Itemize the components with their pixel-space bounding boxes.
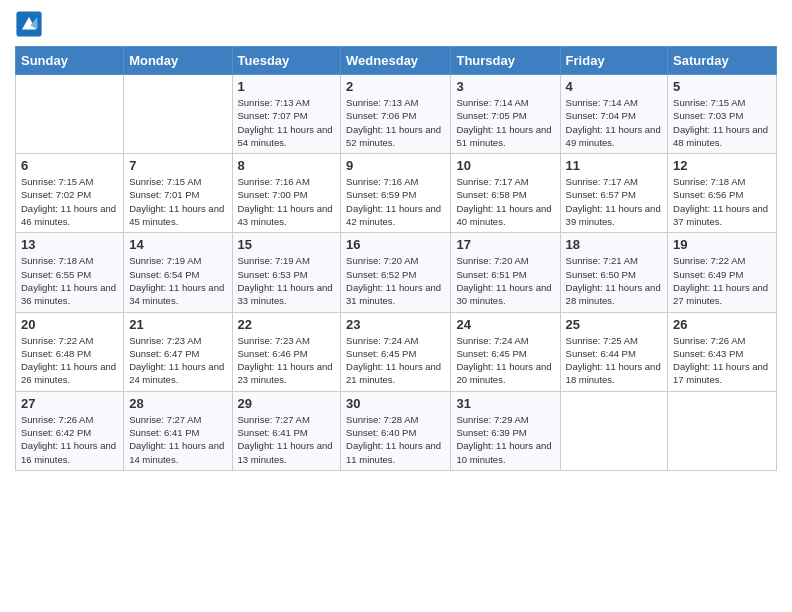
calendar-cell: 19Sunrise: 7:22 AMSunset: 6:49 PMDayligh…	[668, 233, 777, 312]
day-number: 9	[346, 158, 445, 173]
calendar-cell: 7Sunrise: 7:15 AMSunset: 7:01 PMDaylight…	[124, 154, 232, 233]
day-number: 31	[456, 396, 554, 411]
day-number: 28	[129, 396, 226, 411]
calendar-cell: 29Sunrise: 7:27 AMSunset: 6:41 PMDayligh…	[232, 391, 341, 470]
calendar-cell: 17Sunrise: 7:20 AMSunset: 6:51 PMDayligh…	[451, 233, 560, 312]
day-number: 30	[346, 396, 445, 411]
day-header-monday: Monday	[124, 47, 232, 75]
day-number: 23	[346, 317, 445, 332]
calendar-cell: 2Sunrise: 7:13 AMSunset: 7:06 PMDaylight…	[341, 75, 451, 154]
page-header	[15, 10, 777, 38]
calendar-cell: 4Sunrise: 7:14 AMSunset: 7:04 PMDaylight…	[560, 75, 667, 154]
day-info: Sunrise: 7:18 AMSunset: 6:56 PMDaylight:…	[673, 175, 771, 228]
day-number: 10	[456, 158, 554, 173]
calendar-cell: 3Sunrise: 7:14 AMSunset: 7:05 PMDaylight…	[451, 75, 560, 154]
calendar-week-row: 1Sunrise: 7:13 AMSunset: 7:07 PMDaylight…	[16, 75, 777, 154]
day-info: Sunrise: 7:26 AMSunset: 6:43 PMDaylight:…	[673, 334, 771, 387]
day-number: 11	[566, 158, 662, 173]
day-number: 29	[238, 396, 336, 411]
day-header-thursday: Thursday	[451, 47, 560, 75]
calendar-cell: 6Sunrise: 7:15 AMSunset: 7:02 PMDaylight…	[16, 154, 124, 233]
day-info: Sunrise: 7:20 AMSunset: 6:52 PMDaylight:…	[346, 254, 445, 307]
calendar-cell: 16Sunrise: 7:20 AMSunset: 6:52 PMDayligh…	[341, 233, 451, 312]
day-header-wednesday: Wednesday	[341, 47, 451, 75]
day-number: 15	[238, 237, 336, 252]
day-number: 1	[238, 79, 336, 94]
day-number: 27	[21, 396, 118, 411]
calendar-cell: 8Sunrise: 7:16 AMSunset: 7:00 PMDaylight…	[232, 154, 341, 233]
day-info: Sunrise: 7:27 AMSunset: 6:41 PMDaylight:…	[238, 413, 336, 466]
day-info: Sunrise: 7:24 AMSunset: 6:45 PMDaylight:…	[456, 334, 554, 387]
calendar-cell: 12Sunrise: 7:18 AMSunset: 6:56 PMDayligh…	[668, 154, 777, 233]
logo	[15, 10, 47, 38]
calendar-cell: 22Sunrise: 7:23 AMSunset: 6:46 PMDayligh…	[232, 312, 341, 391]
day-info: Sunrise: 7:19 AMSunset: 6:53 PMDaylight:…	[238, 254, 336, 307]
day-number: 25	[566, 317, 662, 332]
day-number: 17	[456, 237, 554, 252]
day-number: 7	[129, 158, 226, 173]
day-number: 13	[21, 237, 118, 252]
calendar-week-row: 20Sunrise: 7:22 AMSunset: 6:48 PMDayligh…	[16, 312, 777, 391]
day-info: Sunrise: 7:15 AMSunset: 7:01 PMDaylight:…	[129, 175, 226, 228]
day-number: 21	[129, 317, 226, 332]
calendar-cell	[560, 391, 667, 470]
day-number: 4	[566, 79, 662, 94]
calendar-cell: 10Sunrise: 7:17 AMSunset: 6:58 PMDayligh…	[451, 154, 560, 233]
calendar-cell: 30Sunrise: 7:28 AMSunset: 6:40 PMDayligh…	[341, 391, 451, 470]
day-number: 26	[673, 317, 771, 332]
day-number: 12	[673, 158, 771, 173]
day-number: 19	[673, 237, 771, 252]
day-info: Sunrise: 7:23 AMSunset: 6:46 PMDaylight:…	[238, 334, 336, 387]
day-info: Sunrise: 7:20 AMSunset: 6:51 PMDaylight:…	[456, 254, 554, 307]
calendar-cell: 14Sunrise: 7:19 AMSunset: 6:54 PMDayligh…	[124, 233, 232, 312]
day-info: Sunrise: 7:26 AMSunset: 6:42 PMDaylight:…	[21, 413, 118, 466]
day-header-sunday: Sunday	[16, 47, 124, 75]
calendar-cell: 18Sunrise: 7:21 AMSunset: 6:50 PMDayligh…	[560, 233, 667, 312]
calendar-table: SundayMondayTuesdayWednesdayThursdayFrid…	[15, 46, 777, 471]
day-info: Sunrise: 7:28 AMSunset: 6:40 PMDaylight:…	[346, 413, 445, 466]
calendar-cell: 24Sunrise: 7:24 AMSunset: 6:45 PMDayligh…	[451, 312, 560, 391]
day-info: Sunrise: 7:15 AMSunset: 7:03 PMDaylight:…	[673, 96, 771, 149]
day-number: 2	[346, 79, 445, 94]
day-number: 20	[21, 317, 118, 332]
day-info: Sunrise: 7:17 AMSunset: 6:57 PMDaylight:…	[566, 175, 662, 228]
day-info: Sunrise: 7:21 AMSunset: 6:50 PMDaylight:…	[566, 254, 662, 307]
day-number: 8	[238, 158, 336, 173]
day-info: Sunrise: 7:24 AMSunset: 6:45 PMDaylight:…	[346, 334, 445, 387]
day-info: Sunrise: 7:15 AMSunset: 7:02 PMDaylight:…	[21, 175, 118, 228]
calendar-cell: 5Sunrise: 7:15 AMSunset: 7:03 PMDaylight…	[668, 75, 777, 154]
calendar-cell: 1Sunrise: 7:13 AMSunset: 7:07 PMDaylight…	[232, 75, 341, 154]
calendar-cell	[124, 75, 232, 154]
calendar-cell	[668, 391, 777, 470]
calendar-cell: 11Sunrise: 7:17 AMSunset: 6:57 PMDayligh…	[560, 154, 667, 233]
calendar-cell: 28Sunrise: 7:27 AMSunset: 6:41 PMDayligh…	[124, 391, 232, 470]
calendar-header-row: SundayMondayTuesdayWednesdayThursdayFrid…	[16, 47, 777, 75]
calendar-cell: 20Sunrise: 7:22 AMSunset: 6:48 PMDayligh…	[16, 312, 124, 391]
day-header-saturday: Saturday	[668, 47, 777, 75]
day-info: Sunrise: 7:13 AMSunset: 7:07 PMDaylight:…	[238, 96, 336, 149]
calendar-cell: 21Sunrise: 7:23 AMSunset: 6:47 PMDayligh…	[124, 312, 232, 391]
day-number: 14	[129, 237, 226, 252]
day-number: 22	[238, 317, 336, 332]
calendar-cell: 15Sunrise: 7:19 AMSunset: 6:53 PMDayligh…	[232, 233, 341, 312]
day-info: Sunrise: 7:22 AMSunset: 6:49 PMDaylight:…	[673, 254, 771, 307]
day-number: 18	[566, 237, 662, 252]
calendar-cell: 26Sunrise: 7:26 AMSunset: 6:43 PMDayligh…	[668, 312, 777, 391]
day-number: 16	[346, 237, 445, 252]
day-header-tuesday: Tuesday	[232, 47, 341, 75]
day-info: Sunrise: 7:14 AMSunset: 7:04 PMDaylight:…	[566, 96, 662, 149]
day-number: 3	[456, 79, 554, 94]
calendar-cell: 25Sunrise: 7:25 AMSunset: 6:44 PMDayligh…	[560, 312, 667, 391]
day-info: Sunrise: 7:29 AMSunset: 6:39 PMDaylight:…	[456, 413, 554, 466]
day-info: Sunrise: 7:23 AMSunset: 6:47 PMDaylight:…	[129, 334, 226, 387]
day-info: Sunrise: 7:13 AMSunset: 7:06 PMDaylight:…	[346, 96, 445, 149]
day-number: 24	[456, 317, 554, 332]
calendar-cell: 27Sunrise: 7:26 AMSunset: 6:42 PMDayligh…	[16, 391, 124, 470]
day-number: 5	[673, 79, 771, 94]
calendar-cell: 23Sunrise: 7:24 AMSunset: 6:45 PMDayligh…	[341, 312, 451, 391]
day-info: Sunrise: 7:22 AMSunset: 6:48 PMDaylight:…	[21, 334, 118, 387]
calendar-cell: 9Sunrise: 7:16 AMSunset: 6:59 PMDaylight…	[341, 154, 451, 233]
logo-icon	[15, 10, 43, 38]
day-info: Sunrise: 7:25 AMSunset: 6:44 PMDaylight:…	[566, 334, 662, 387]
calendar-cell: 13Sunrise: 7:18 AMSunset: 6:55 PMDayligh…	[16, 233, 124, 312]
